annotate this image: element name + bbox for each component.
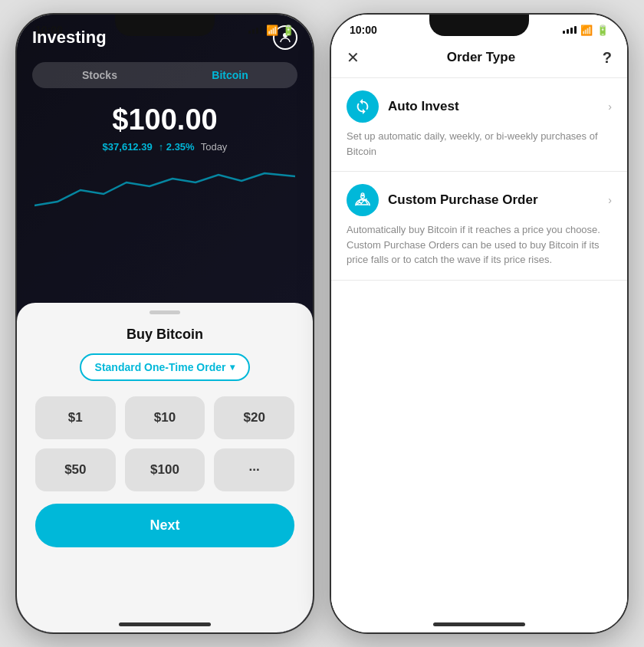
chart-icon — [34, 167, 295, 213]
custom-order-chevron: › — [608, 194, 612, 206]
btc-today: Today — [201, 141, 228, 153]
amount-100[interactable]: $100 — [125, 448, 205, 491]
right-phone: 10:00 📶 🔋 ✕ Order Type ? — [330, 13, 629, 634]
auto-invest-left: Auto Invest — [347, 90, 459, 123]
bottom-sheet: Buy Bitcoin Standard One-Time Order ▾ $1… — [17, 303, 313, 632]
auto-invest-option[interactable]: Auto Invest › Set up automatic daily, we… — [331, 78, 627, 172]
signal-icon — [563, 26, 577, 34]
custom-order-desc: Automatically buy Bitcoin if it reaches … — [347, 222, 612, 268]
help-button[interactable]: ? — [603, 49, 612, 67]
status-icons: 📶 🔋 — [563, 25, 609, 36]
svg-point-1 — [361, 195, 365, 199]
tab-stocks[interactable]: Stocks — [34, 64, 165, 86]
right-content: 10:00 📶 🔋 ✕ Order Type ? — [331, 15, 627, 632]
left-phone: 10:00 📶 🔋 Investing — [15, 13, 314, 634]
auto-invest-icon — [347, 90, 379, 123]
amount-50[interactable]: $50 — [35, 448, 116, 491]
next-button[interactable]: Next — [35, 504, 294, 547]
auto-invest-desc: Set up automatic daily, weekly, or bi-we… — [347, 129, 612, 159]
auto-invest-chevron: › — [608, 100, 612, 113]
amount-10[interactable]: $10 — [125, 396, 205, 439]
btc-price: $100.00 — [32, 103, 297, 136]
battery-icon: 🔋 — [282, 25, 294, 36]
tab-bar: Stocks Bitcoin — [32, 62, 297, 88]
notch — [115, 15, 215, 36]
left-screen: 10:00 📶 🔋 Investing — [17, 15, 313, 632]
order-type-button[interactable]: Standard One-Time Order ▾ — [80, 353, 251, 381]
home-indicator — [119, 622, 211, 626]
home-indicator — [433, 622, 525, 626]
notch — [429, 15, 529, 36]
order-type-header: ✕ Order Type ? — [331, 39, 627, 78]
sheet-title: Buy Bitcoin — [35, 327, 294, 343]
btc-change: ↑ 2.35% — [159, 141, 195, 153]
status-icons: 📶 🔋 — [248, 25, 294, 36]
amount-grid: $1 $10 $20 $50 $100 ··· — [35, 396, 294, 491]
wifi-icon: 📶 — [580, 25, 593, 36]
btc-usd: $37,612.39 — [103, 141, 153, 153]
auto-invest-name: Auto Invest — [388, 99, 459, 114]
btc-meta: $37,612.39 ↑ 2.35% Today — [32, 141, 297, 153]
custom-order-icon — [347, 184, 379, 216]
chevron-down-icon: ▾ — [230, 362, 235, 373]
wifi-icon: 📶 — [266, 25, 278, 36]
header-title: Order Type — [447, 50, 515, 65]
price-section: $100.00 $37,612.39 ↑ 2.35% Today — [32, 93, 297, 159]
custom-order-row: Custom Purchase Order › — [347, 184, 612, 216]
tab-bitcoin[interactable]: Bitcoin — [165, 64, 295, 86]
order-type-label: Standard One-Time Order — [95, 361, 226, 373]
custom-order-left: Custom Purchase Order — [347, 184, 538, 216]
left-content: Investing Stocks Bitcoin $100.00 $37,612… — [17, 15, 313, 222]
battery-icon: 🔋 — [596, 25, 609, 36]
right-screen: 10:00 📶 🔋 ✕ Order Type ? — [331, 15, 627, 632]
signal-icon — [248, 26, 262, 34]
sheet-handle — [150, 310, 180, 314]
amount-20[interactable]: $20 — [214, 396, 294, 439]
amount-more[interactable]: ··· — [214, 448, 294, 491]
amount-1[interactable]: $1 — [35, 396, 116, 439]
chart-area — [32, 163, 297, 217]
custom-order-name: Custom Purchase Order — [388, 192, 538, 208]
time: 10:00 — [35, 24, 63, 36]
time: 10:00 — [350, 24, 377, 36]
auto-invest-row: Auto Invest › — [347, 90, 612, 123]
close-button[interactable]: ✕ — [347, 48, 360, 67]
custom-order-option[interactable]: Custom Purchase Order › Automatically bu… — [331, 172, 627, 281]
